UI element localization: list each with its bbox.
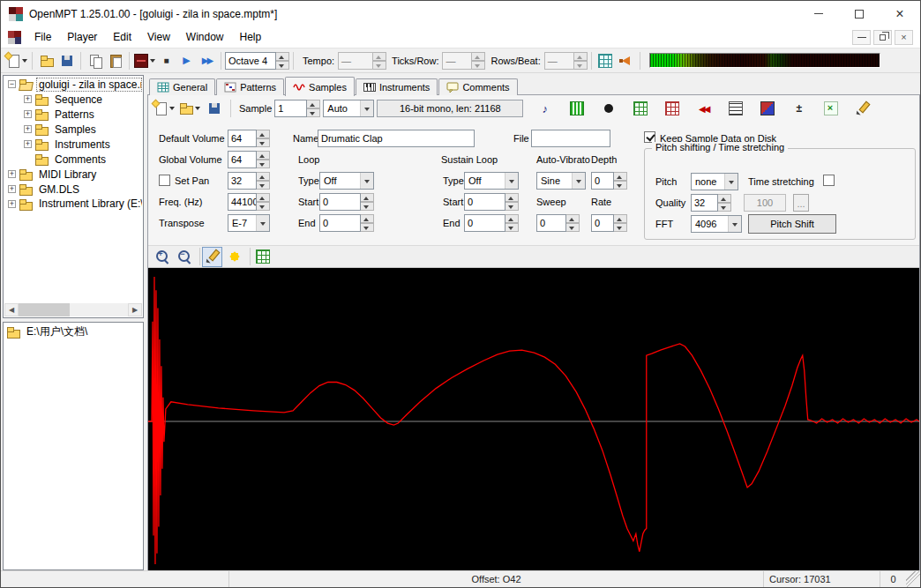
spin-up-button[interactable] (257, 130, 270, 138)
tab-general[interactable]: General (149, 78, 215, 95)
mdi-minimize-button[interactable] (852, 30, 871, 45)
spin-up-button[interactable] (361, 193, 374, 202)
spin-up-button[interactable] (566, 214, 580, 223)
tab-comments[interactable]: Comments (438, 78, 517, 95)
scroll-left-button[interactable]: ◀ (4, 303, 19, 316)
transpose-select[interactable]: E-7 (228, 214, 270, 232)
spin-up-button[interactable] (505, 193, 519, 202)
quality-spinner[interactable]: 32 (691, 194, 731, 212)
loop-type-select[interactable]: Off (319, 172, 374, 190)
zoom-out-button[interactable]: − (174, 247, 194, 267)
normalize-button[interactable] (566, 99, 587, 119)
open-sample-button[interactable] (178, 99, 201, 119)
new-sample-button[interactable] (153, 99, 176, 119)
play-pattern-button[interactable]: ▶▶ (197, 50, 217, 71)
sample-name-input[interactable] (318, 130, 475, 147)
menu-view[interactable]: View (139, 27, 178, 47)
speaker-button[interactable] (616, 50, 636, 71)
spin-down-button[interactable] (614, 223, 627, 232)
paste-button[interactable] (105, 50, 125, 71)
menu-file[interactable]: File (26, 27, 59, 47)
new-button[interactable] (5, 50, 28, 71)
pattern-editor-button[interactable] (595, 50, 616, 71)
zoom-in-button[interactable]: + (152, 247, 172, 267)
sample-file-input[interactable] (531, 130, 610, 147)
sample-number-spinner[interactable]: 1 (274, 100, 320, 117)
spin-down-button[interactable] (361, 202, 374, 211)
draw-sample-button[interactable] (852, 99, 872, 119)
vibrato-sweep-spinner[interactable]: 0 (536, 214, 580, 232)
maximize-button[interactable] (839, 1, 880, 26)
scrollbar-track[interactable] (19, 303, 128, 316)
record-button[interactable] (598, 99, 618, 119)
pan-spinner[interactable]: 32 (228, 172, 270, 190)
reverse-button[interactable]: ◀◀ (693, 99, 714, 119)
vibrato-type-select[interactable]: Sine (536, 172, 586, 190)
mdi-close-button[interactable]: × (895, 30, 913, 45)
folder-item[interactable]: E:\用户\文档\ (4, 323, 143, 339)
copy-button[interactable] (85, 50, 105, 71)
global-volume-spinner[interactable]: 64 (228, 151, 270, 168)
expand-icon[interactable]: + (8, 200, 16, 208)
expand-icon[interactable]: + (8, 170, 16, 178)
spin-down-button[interactable] (307, 108, 320, 117)
pattern-from-sample-button[interactable] (252, 247, 273, 267)
spin-down-button[interactable] (257, 202, 270, 211)
tab-patterns[interactable]: Patterns (216, 78, 284, 95)
pitch-shift-button[interactable]: Pitch Shift (748, 214, 836, 234)
octave-spinner[interactable]: Octave 4 (225, 52, 289, 70)
invert-button[interactable] (757, 99, 777, 119)
play-note-button[interactable]: ♪ (535, 99, 555, 119)
spin-down-button[interactable] (257, 160, 270, 168)
midi-record-button[interactable] (133, 50, 156, 71)
default-volume-spinner[interactable]: 64 (228, 130, 270, 147)
tree-item-samples[interactable]: + Samples (4, 122, 142, 137)
vibrato-depth-spinner[interactable]: 0 (591, 172, 627, 190)
spin-up-button[interactable] (614, 172, 627, 181)
tree-item-instrument-library[interactable]: + Instrument Library (E:\用 (4, 197, 142, 212)
spin-down-button[interactable] (257, 181, 270, 190)
expand-icon[interactable]: + (24, 95, 32, 103)
silence-button[interactable] (725, 99, 745, 119)
expand-icon[interactable]: + (8, 185, 16, 193)
tree-item-gm-dls[interactable]: + GM.DLS (4, 182, 142, 197)
save-sample-button[interactable] (204, 99, 224, 119)
menu-window[interactable]: Window (178, 27, 232, 47)
mdi-restore-button[interactable] (873, 30, 892, 45)
tree-item-instruments[interactable]: + Instruments (4, 137, 142, 152)
set-pan-checkbox[interactable] (159, 175, 170, 186)
scroll-right-button[interactable]: ▶ (128, 303, 142, 316)
crossfade-button[interactable] (662, 99, 682, 119)
vibrato-rate-spinner[interactable]: 0 (591, 214, 627, 232)
spin-up-button[interactable] (614, 214, 627, 223)
menu-player[interactable]: Player (59, 27, 105, 47)
menu-help[interactable]: Help (232, 27, 270, 47)
play-button[interactable]: ▶ (176, 50, 197, 71)
spin-up-button[interactable] (718, 194, 731, 203)
scrollbar-thumb[interactable] (19, 303, 70, 316)
spin-down-button[interactable] (505, 223, 519, 232)
sustain-start-spinner[interactable]: 0 (464, 193, 519, 211)
waveform-display[interactable] (148, 268, 919, 571)
generate-button[interactable] (224, 247, 244, 267)
menu-edit[interactable]: Edit (105, 27, 139, 47)
minimize-button[interactable] (798, 1, 839, 26)
save-button[interactable] (56, 50, 77, 71)
tab-samples[interactable]: Samples (285, 77, 355, 96)
spin-up-button[interactable] (307, 100, 320, 108)
loop-end-spinner[interactable]: 0 (319, 214, 374, 232)
spin-down-button[interactable] (257, 138, 270, 147)
spin-down-button[interactable] (718, 203, 731, 212)
spin-down-button[interactable] (566, 223, 580, 232)
expand-icon[interactable]: + (24, 140, 32, 148)
stop-button[interactable]: ■ (156, 50, 176, 71)
spin-up-button[interactable] (257, 193, 270, 202)
spin-down-button[interactable] (276, 61, 289, 70)
tree-hscrollbar[interactable]: ◀ ▶ (4, 303, 142, 316)
close-button[interactable]: × (880, 1, 920, 26)
collapse-icon[interactable]: − (8, 80, 16, 88)
fft-select[interactable]: 4096 (691, 215, 742, 233)
zoom-select[interactable]: Auto (323, 100, 374, 117)
unsign-button[interactable]: ± (789, 99, 809, 119)
spin-up-button[interactable] (257, 151, 270, 160)
